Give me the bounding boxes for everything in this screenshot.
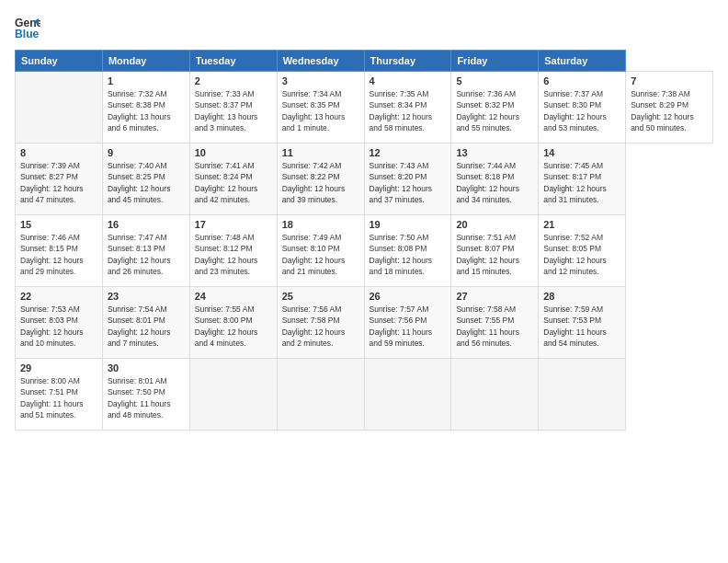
calendar-body: 1Sunrise: 7:32 AMSunset: 8:38 PMDaylight… [16,72,713,431]
day-cell-19: 19Sunrise: 7:50 AMSunset: 8:08 PMDayligh… [364,215,451,287]
day-cell-10: 10Sunrise: 7:41 AMSunset: 8:24 PMDayligh… [189,144,277,215]
day-cell-12: 12Sunrise: 7:43 AMSunset: 8:20 PMDayligh… [364,144,451,215]
day-number: 3 [282,75,359,86]
page: General Blue SundayMondayTuesdayWednesda… [0,0,728,563]
day-number: 15 [20,219,97,230]
logo: General Blue [15,15,44,40]
day-cell-28: 28Sunrise: 7:59 AMSunset: 7:53 PMDayligh… [539,287,626,359]
logo-icon: General Blue [15,15,40,40]
day-cell-2: 2Sunrise: 7:33 AMSunset: 8:37 PMDaylight… [189,72,277,144]
day-number: 1 [108,75,185,86]
day-number: 20 [456,219,533,230]
empty-cell [539,359,626,431]
day-info: Sunrise: 7:41 AMSunset: 8:24 PMDaylight:… [195,160,272,205]
day-info: Sunrise: 7:39 AMSunset: 8:27 PMDaylight:… [20,160,97,205]
day-info: Sunrise: 7:32 AMSunset: 8:38 PMDaylight:… [108,88,185,133]
day-number: 30 [108,362,185,373]
day-info: Sunrise: 7:59 AMSunset: 7:53 PMDaylight:… [543,304,620,349]
day-number: 29 [20,362,97,373]
day-cell-11: 11Sunrise: 7:42 AMSunset: 8:22 PMDayligh… [277,144,364,215]
day-cell-21: 21Sunrise: 7:52 AMSunset: 8:05 PMDayligh… [539,215,626,287]
header-cell-sunday: Sunday [16,51,103,72]
day-cell-25: 25Sunrise: 7:56 AMSunset: 7:58 PMDayligh… [277,287,364,359]
day-number: 7 [631,75,708,86]
day-number: 26 [370,291,447,302]
day-cell-7: 7Sunrise: 7:38 AMSunset: 8:29 PMDaylight… [626,72,713,144]
header-cell-thursday: Thursday [364,51,451,72]
calendar-table: SundayMondayTuesdayWednesdayThursdayFrid… [15,50,713,431]
day-info: Sunrise: 7:53 AMSunset: 8:03 PMDaylight:… [20,304,97,349]
day-number: 11 [282,147,359,158]
day-cell-27: 27Sunrise: 7:58 AMSunset: 7:55 PMDayligh… [451,287,539,359]
day-cell-15: 15Sunrise: 7:46 AMSunset: 8:15 PMDayligh… [16,215,103,287]
empty-sunday [16,72,103,144]
day-cell-24: 24Sunrise: 7:55 AMSunset: 8:00 PMDayligh… [189,287,277,359]
week-row-4: 22Sunrise: 7:53 AMSunset: 8:03 PMDayligh… [16,287,713,359]
week-row-5: 29Sunrise: 8:00 AMSunset: 7:51 PMDayligh… [16,359,713,431]
day-cell-23: 23Sunrise: 7:54 AMSunset: 8:01 PMDayligh… [102,287,189,359]
empty-cell [277,359,364,431]
day-info: Sunrise: 7:44 AMSunset: 8:18 PMDaylight:… [456,160,533,205]
day-cell-1: 1Sunrise: 7:32 AMSunset: 8:38 PMDaylight… [102,72,189,144]
week-row-2: 8Sunrise: 7:39 AMSunset: 8:27 PMDaylight… [16,144,713,215]
day-info: Sunrise: 7:58 AMSunset: 7:55 PMDaylight:… [456,304,533,349]
day-cell-13: 13Sunrise: 7:44 AMSunset: 8:18 PMDayligh… [451,144,539,215]
day-cell-8: 8Sunrise: 7:39 AMSunset: 8:27 PMDaylight… [16,144,103,215]
day-number: 27 [456,291,533,302]
day-info: Sunrise: 7:43 AMSunset: 8:20 PMDaylight:… [370,160,447,205]
empty-cell [189,359,277,431]
day-number: 13 [456,147,533,158]
day-info: Sunrise: 7:49 AMSunset: 8:10 PMDaylight:… [282,232,359,277]
day-number: 19 [370,219,447,230]
day-info: Sunrise: 7:37 AMSunset: 8:30 PMDaylight:… [543,88,620,133]
day-info: Sunrise: 7:46 AMSunset: 8:15 PMDaylight:… [20,232,97,277]
header-cell-tuesday: Tuesday [189,51,277,72]
week-row-1: 1Sunrise: 7:32 AMSunset: 8:38 PMDaylight… [16,72,713,144]
calendar-header-row: SundayMondayTuesdayWednesdayThursdayFrid… [16,51,713,72]
day-cell-17: 17Sunrise: 7:48 AMSunset: 8:12 PMDayligh… [189,215,277,287]
day-info: Sunrise: 7:33 AMSunset: 8:37 PMDaylight:… [195,88,272,133]
day-info: Sunrise: 7:48 AMSunset: 8:12 PMDaylight:… [195,232,272,277]
empty-cell [364,359,451,431]
day-number: 24 [195,291,272,302]
day-number: 17 [195,219,272,230]
day-number: 25 [282,291,359,302]
day-info: Sunrise: 7:40 AMSunset: 8:25 PMDaylight:… [108,160,185,205]
day-info: Sunrise: 7:55 AMSunset: 8:00 PMDaylight:… [195,304,272,349]
day-cell-20: 20Sunrise: 7:51 AMSunset: 8:07 PMDayligh… [451,215,539,287]
day-info: Sunrise: 7:47 AMSunset: 8:13 PMDaylight:… [108,232,185,277]
header-cell-monday: Monday [102,51,189,72]
day-number: 10 [195,147,272,158]
day-info: Sunrise: 8:01 AMSunset: 7:50 PMDaylight:… [108,375,185,420]
day-info: Sunrise: 7:52 AMSunset: 8:05 PMDaylight:… [543,232,620,277]
day-number: 9 [108,147,185,158]
day-cell-6: 6Sunrise: 7:37 AMSunset: 8:30 PMDaylight… [539,72,626,144]
day-info: Sunrise: 7:36 AMSunset: 8:32 PMDaylight:… [456,88,533,133]
day-cell-22: 22Sunrise: 7:53 AMSunset: 8:03 PMDayligh… [16,287,103,359]
day-number: 12 [370,147,447,158]
day-info: Sunrise: 8:00 AMSunset: 7:51 PMDaylight:… [20,375,97,420]
week-row-3: 15Sunrise: 7:46 AMSunset: 8:15 PMDayligh… [16,215,713,287]
day-info: Sunrise: 7:57 AMSunset: 7:56 PMDaylight:… [370,304,447,349]
day-cell-26: 26Sunrise: 7:57 AMSunset: 7:56 PMDayligh… [364,287,451,359]
day-info: Sunrise: 7:50 AMSunset: 8:08 PMDaylight:… [370,232,447,277]
day-info: Sunrise: 7:45 AMSunset: 8:17 PMDaylight:… [543,160,620,205]
day-number: 28 [543,291,620,302]
day-cell-14: 14Sunrise: 7:45 AMSunset: 8:17 PMDayligh… [539,144,626,215]
day-number: 8 [20,147,97,158]
day-cell-3: 3Sunrise: 7:34 AMSunset: 8:35 PMDaylight… [277,72,364,144]
day-number: 6 [543,75,620,86]
day-number: 21 [543,219,620,230]
day-cell-18: 18Sunrise: 7:49 AMSunset: 8:10 PMDayligh… [277,215,364,287]
empty-cell [451,359,539,431]
day-info: Sunrise: 7:54 AMSunset: 8:01 PMDaylight:… [108,304,185,349]
header: General Blue [15,15,713,40]
day-number: 16 [108,219,185,230]
day-info: Sunrise: 7:34 AMSunset: 8:35 PMDaylight:… [282,88,359,133]
day-number: 2 [195,75,272,86]
day-number: 22 [20,291,97,302]
day-number: 23 [108,291,185,302]
day-info: Sunrise: 7:56 AMSunset: 7:58 PMDaylight:… [282,304,359,349]
day-cell-9: 9Sunrise: 7:40 AMSunset: 8:25 PMDaylight… [102,144,189,215]
day-info: Sunrise: 7:42 AMSunset: 8:22 PMDaylight:… [282,160,359,205]
